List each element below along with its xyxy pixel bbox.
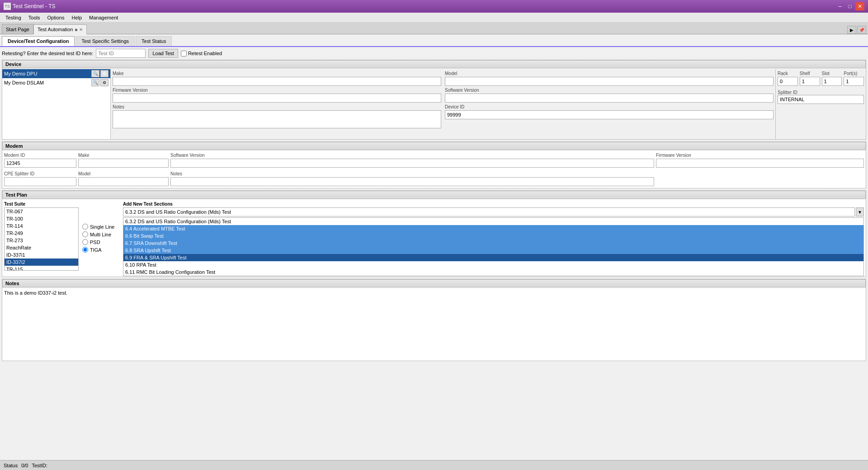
device-search-icon-1[interactable]: 🔍: [91, 79, 99, 86]
device-fields-row-2: Firmware Version Software Version: [113, 88, 774, 103]
cpe-splitter-input[interactable]: [4, 177, 76, 186]
device-icons-1: 🔍 ⚙: [91, 79, 108, 86]
section-item-7[interactable]: 6.11 RMC Bit Loading Configuration Test: [123, 268, 863, 276]
menu-options[interactable]: Options: [44, 14, 68, 21]
device-settings-icon-1[interactable]: ⚙: [100, 79, 108, 86]
suite-item-reachrate[interactable]: ReachRate: [5, 244, 78, 251]
load-test-button[interactable]: Load Test: [148, 49, 178, 58]
section-item-6[interactable]: 6.10 RPA Test: [123, 261, 863, 268]
shelf-input[interactable]: [800, 77, 820, 86]
device-model-input[interactable]: [445, 77, 774, 86]
testplan-section-header: Test Plan: [2, 191, 866, 199]
notes-section: Notes This is a demo ID337-i2 test.: [2, 279, 866, 361]
radio-single-line-input[interactable]: [82, 224, 88, 230]
status-bar: Status 0/0 TestID:: [0, 460, 868, 461]
menu-tools[interactable]: Tools: [25, 14, 44, 21]
title-bar: TS Test Sentinel - TS – □ ✕: [0, 0, 868, 13]
modem-make-group: Make Model: [78, 153, 169, 186]
tab-close-icon[interactable]: ■: [75, 27, 77, 32]
retest-bar: Retesting? Enter the desired test ID her…: [2, 49, 866, 58]
radio-psd-label: PSD: [90, 240, 100, 245]
section-item-2[interactable]: 6.6 Bit Swap Test: [123, 232, 863, 240]
test-suite-label: Test Suite: [4, 202, 79, 207]
retest-enabled-checkbox[interactable]: [181, 51, 187, 56]
notes-inner: This is a demo ID337-i2 test.: [2, 288, 866, 361]
device-software-input[interactable]: [445, 94, 774, 103]
section-item-4[interactable]: 6.8 SRA Upshift Test: [123, 247, 863, 254]
suite-item-tr249[interactable]: TR-249: [5, 230, 78, 237]
radio-multi-line-input[interactable]: [82, 231, 88, 237]
rack-input[interactable]: [778, 77, 798, 86]
device-item-0[interactable]: My Demo DPU 🔍 ⚙: [2, 69, 110, 78]
page-tab-device-config[interactable]: Device/Test Configuration: [2, 36, 75, 46]
device-search-icon-0[interactable]: 🔍: [91, 70, 99, 77]
slot-input[interactable]: [822, 77, 842, 86]
suite-item-tr067[interactable]: TR-067: [5, 208, 78, 215]
retest-input[interactable]: [96, 49, 146, 58]
section-item-0[interactable]: 6.3.2 DS and US Ratio Configuration (Mds…: [123, 218, 863, 225]
page-tab-test-status[interactable]: Test Status: [136, 36, 172, 46]
suite-item-id337i2[interactable]: ID-337i2: [5, 258, 78, 266]
menu-testing[interactable]: Testing: [2, 14, 25, 21]
maximize-button[interactable]: □: [845, 2, 854, 10]
sections-combo-dropdown-btn[interactable]: ▼: [856, 207, 864, 216]
device-make-input[interactable]: [113, 77, 441, 86]
modem-software-input[interactable]: [170, 159, 654, 168]
tab-test-automation[interactable]: Test Automation ■ ✕: [33, 24, 87, 34]
ports-label: Port(s): [844, 71, 864, 76]
section-item-5[interactable]: 6.9 FRA & SRA Upshift Test: [123, 254, 863, 261]
device-fields-row-3: Notes Device ID: [113, 104, 774, 128]
menu-help[interactable]: Help: [68, 14, 85, 21]
modem-make-input[interactable]: [78, 159, 169, 168]
modem-software-label: Software Version: [170, 153, 654, 158]
suite-item-tr273[interactable]: TR-273: [5, 237, 78, 244]
device-item-1[interactable]: My Demo DSLAM 🔍 ⚙: [2, 78, 110, 87]
modem-id-label: Modem ID: [4, 153, 76, 158]
testplan-section: Test Plan Test Suite TR-067 TR-100 TR-11…: [2, 190, 866, 277]
radio-single-line-label: Single Line: [90, 224, 114, 230]
minimize-button[interactable]: –: [835, 2, 844, 10]
splitter-input[interactable]: [778, 95, 864, 104]
sections-combo[interactable]: [123, 207, 855, 216]
device-notes-input[interactable]: [113, 110, 441, 128]
radio-tiga-input[interactable]: [82, 247, 88, 253]
tab-bar-right: ▶ 📌: [847, 26, 866, 34]
menu-management[interactable]: Management: [85, 14, 122, 21]
tab-pin-icon[interactable]: 📌: [857, 26, 866, 34]
modem-section-header: Modem: [2, 142, 866, 150]
device-item-label-0: My Demo DPU: [4, 71, 91, 76]
device-list: My Demo DPU 🔍 ⚙ My Demo DSLAM 🔍 ⚙: [2, 69, 111, 139]
page-tab-test-specific[interactable]: Test Specific Settings: [75, 36, 135, 46]
modem-id-input[interactable]: [4, 159, 76, 168]
tab-start-page-label: Start Page: [6, 27, 29, 32]
radio-single-line: Single Line: [82, 224, 119, 230]
suite-item-id337i1[interactable]: ID-337i1: [5, 251, 78, 258]
device-firmware-input[interactable]: [113, 94, 441, 103]
section-item-1[interactable]: 6.4 Accelerated MTBE Test: [123, 225, 863, 232]
section-item-3[interactable]: 6.7 SRA Downshift Test: [123, 240, 863, 247]
modem-section: Modem Modem ID CPE Splitter ID Make Mode…: [2, 141, 866, 188]
tab-close-x-icon[interactable]: ✕: [79, 27, 83, 32]
tab-start-page[interactable]: Start Page: [2, 24, 33, 34]
device-settings-icon-0[interactable]: ⚙: [100, 70, 108, 77]
modem-firmware-input[interactable]: [656, 159, 864, 168]
device-firmware-label: Firmware Version: [113, 88, 441, 93]
radio-psd-input[interactable]: [82, 239, 88, 245]
notes-value: This is a demo ID337-i2 test.: [4, 290, 67, 296]
modem-model-input[interactable]: [78, 177, 169, 186]
tab-arrow-left[interactable]: ▶: [847, 26, 856, 34]
slot-label: Slot: [822, 71, 842, 76]
close-button[interactable]: ✕: [855, 2, 864, 10]
suite-item-tr114[interactable]: TR-114: [5, 222, 78, 230]
device-deviceid-input[interactable]: [445, 110, 774, 119]
device-inner: My Demo DPU 🔍 ⚙ My Demo DSLAM 🔍 ⚙: [2, 69, 866, 139]
suite-item-tr115[interactable]: TR-115: [5, 266, 78, 271]
device-make-label: Make: [113, 71, 441, 76]
suite-item-tr100[interactable]: TR-100: [5, 215, 78, 222]
modem-notes-input[interactable]: [170, 177, 654, 186]
section-item-8[interactable]: 6.12.1 Re-Initialization Policy Short di…: [123, 276, 863, 276]
device-section: Device My Demo DPU 🔍 ⚙ My Demo DSLAM 🔍 ⚙: [2, 60, 866, 140]
cpe-splitter-label: CPE Splitter ID: [4, 171, 76, 176]
radio-panel: Single Line Multi Line PSD TIGA: [80, 202, 121, 275]
ports-input[interactable]: [844, 77, 864, 86]
